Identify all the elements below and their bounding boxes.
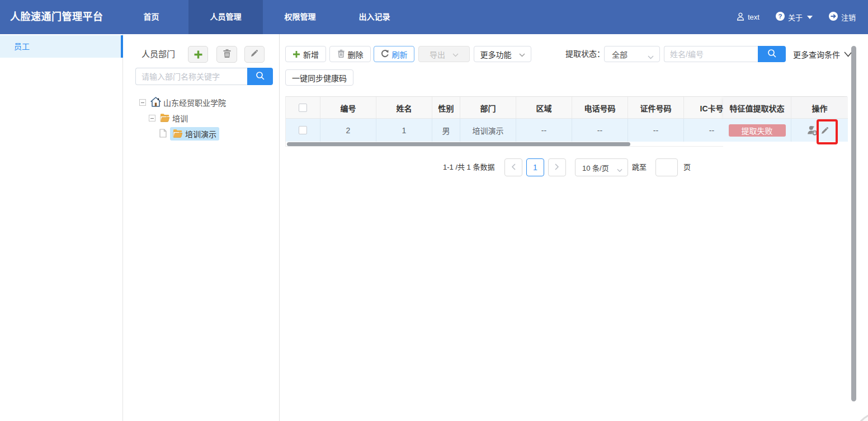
sidebar-item-employee[interactable]: 员工 [0,35,122,58]
nav-tab-permission[interactable]: 权限管理 [263,0,337,34]
edit-department-button[interactable] [244,46,265,63]
search-icon [767,49,777,60]
cell-no: 2 [320,119,376,142]
logout-icon [829,12,838,22]
trash-icon [337,49,345,59]
add-department-button[interactable] [188,46,208,63]
table-row[interactable]: 2 1 男 培训演示 -- -- -- -- [286,119,723,142]
username: text [748,13,760,21]
nav-tab-personnel[interactable]: 人员管理 [188,0,263,34]
table-scroll-area: 编号 姓名 性别 部门 区域 电话号码 证件号码 IC卡号 2 1 男 培训演示… [286,97,723,142]
jump-to-label: 跳至 [632,158,647,176]
refresh-label: 刷新 [392,49,408,60]
chevron-right-icon [555,162,559,172]
more-query-conditions[interactable]: 更多查询条件 [793,46,852,62]
page-size-value: 10 条/页 [575,162,609,173]
keyword-input[interactable] [664,46,758,62]
app-title: 人脸速通门管理平台 [10,0,103,34]
user-icon [737,12,744,22]
cell-icno: -- [684,119,723,142]
export-button[interactable]: 导出 [418,46,470,62]
chevron-down-icon [648,52,654,61]
vertical-scrollbar-thumb[interactable] [851,46,856,401]
col-header-extract-status: 特征值提取状态 [723,97,791,119]
nav-tab-home[interactable]: 首页 [114,0,188,34]
col-header-idno: 证件号码 [628,97,684,119]
logout-label: 注销 [841,12,856,22]
file-icon [159,129,167,139]
table-fixed-columns: 特征值提取状态 操作 提取失败 [723,97,848,147]
nav-tabs: 首页 人员管理 权限管理 出入记录 [114,0,412,34]
sync-health-code-button[interactable]: 一键同步健康码 [285,69,353,86]
about-menu[interactable]: ? 关于 [776,12,813,22]
add-person-label: 新增 [303,49,319,60]
delete-person-button[interactable]: 删除 [329,46,371,62]
col-header-gender: 性别 [432,97,460,119]
col-header-area: 区域 [516,97,572,119]
tree-root-label: 山东经贸职业学院 [163,97,226,108]
nav-tab-records[interactable]: 出入记录 [337,0,412,34]
person-table: 编号 姓名 性别 部门 区域 电话号码 证件号码 IC卡号 2 1 男 培训演示… [285,96,847,147]
collapse-icon[interactable] [149,115,155,121]
col-header-phone: 电话号码 [572,97,628,119]
row-checkbox[interactable] [299,126,307,134]
logout-button[interactable]: 注销 [829,12,856,22]
next-page-button[interactable] [548,158,566,176]
department-panel-title: 人员部门 [141,49,175,60]
tree-node-training[interactable]: 培训 [149,110,188,126]
col-header-operation: 操作 [791,97,848,119]
chevron-left-icon [511,162,516,172]
left-sidebar: 员工 [0,34,123,421]
user-menu[interactable]: text [737,12,760,22]
svg-text:?: ? [778,13,782,20]
cell-area: -- [516,119,572,142]
pencil-icon [250,49,259,60]
cell-name: 1 [376,119,432,142]
department-search-input[interactable] [135,68,247,85]
tree-selected-node[interactable]: 培训演示 [170,127,219,141]
table-fixed-header: 特征值提取状态 操作 [723,97,848,119]
col-header-no: 编号 [320,97,376,119]
collapse-icon[interactable] [139,99,146,106]
delete-person-label: 删除 [348,49,364,60]
search-icon [256,71,265,82]
floating-corner-widget [853,412,868,421]
more-functions-button[interactable]: 更多功能 [474,46,531,62]
prev-page-button[interactable] [504,158,522,176]
select-all-checkbox[interactable] [299,104,307,112]
department-search-button[interactable] [247,68,273,85]
extract-status-label: 提取状态： [565,46,605,62]
person-lock-icon[interactable] [807,125,818,138]
refresh-icon [381,49,389,59]
refresh-button[interactable]: 刷新 [374,46,414,62]
col-header-icno: IC卡号 [684,97,723,119]
extract-status-select[interactable]: 全部 [604,46,660,62]
status-badge: 提取失败 [729,124,786,137]
keyword-search-button[interactable] [758,46,786,62]
edit-row-icon[interactable] [820,126,829,137]
help-icon: ? [776,12,785,22]
folder-open-icon [160,113,170,124]
export-label: 导出 [430,49,445,60]
sync-health-code-label: 一键同步健康码 [292,72,347,83]
trash-icon [223,49,232,60]
horizontal-scrollbar-thumb[interactable] [287,142,630,146]
add-person-button[interactable]: 新增 [285,46,326,62]
tree-node-training-demo[interactable]: 培训演示 [159,126,219,142]
cell-dept: 培训演示 [460,119,516,142]
delete-department-button[interactable] [216,46,237,63]
chevron-down-icon [452,50,459,59]
page-number-button[interactable]: 1 [526,158,544,176]
tree-selected-label: 培训演示 [185,128,216,139]
table-fixed-row: 提取失败 [723,119,848,142]
page-size-select[interactable]: 10 条/页 [575,158,628,176]
pagination-summary: 1-1 /共 1 条数据 [443,158,494,176]
extract-status-value: 全部 [605,49,628,60]
folder-open-icon [173,129,183,139]
jump-page-input[interactable] [655,158,678,176]
col-header-dept: 部门 [460,97,516,119]
cell-gender: 男 [432,119,460,142]
home-icon [150,97,161,109]
tree-node-root[interactable]: 山东经贸职业学院 [139,95,226,110]
more-functions-label: 更多功能 [480,49,512,60]
